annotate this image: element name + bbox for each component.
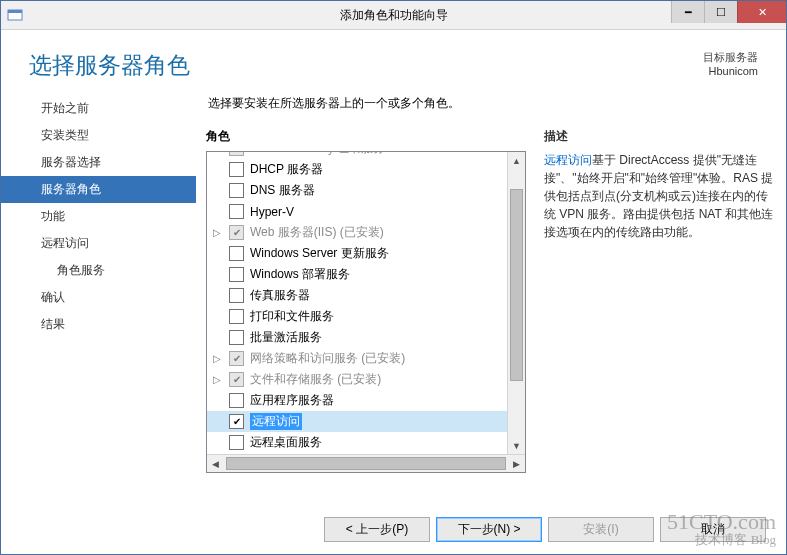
- horizontal-scrollbar[interactable]: ◀ ▶: [207, 454, 525, 472]
- minimize-button[interactable]: ━: [671, 1, 704, 23]
- roles-heading: 角色: [206, 128, 526, 145]
- nav-item-2[interactable]: 服务器选择: [1, 149, 196, 176]
- window-controls: ━ ☐ ✕: [671, 1, 786, 23]
- description-heading: 描述: [544, 128, 776, 145]
- body: 开始之前安装类型服务器选择服务器角色功能远程访问角色服务确认结果 选择要安装在所…: [1, 91, 786, 501]
- role-checkbox[interactable]: [229, 435, 244, 450]
- role-label: Web 服务器(IIS) (已安装): [250, 224, 384, 241]
- previous-button[interactable]: < 上一步(P): [324, 517, 430, 542]
- role-checkbox[interactable]: [229, 267, 244, 282]
- roles-list-inner[interactable]: Active Directory 证书服务DHCP 服务器DNS 服务器Hype…: [207, 152, 508, 454]
- scroll-up-icon[interactable]: ▲: [508, 152, 525, 169]
- header: 选择服务器角色 目标服务器 Hbunicom: [1, 30, 786, 91]
- description-column: 描述 远程访问基于 DirectAccess 提供"无缝连接"、"始终开启"和"…: [544, 128, 776, 501]
- role-checkbox[interactable]: [229, 183, 244, 198]
- nav-item-7[interactable]: 确认: [1, 284, 196, 311]
- nav-item-5[interactable]: 远程访问: [1, 230, 196, 257]
- scroll-right-icon[interactable]: ▶: [508, 455, 525, 472]
- role-label: 网络策略和访问服务 (已安装): [250, 350, 405, 367]
- wizard-nav: 开始之前安装类型服务器选择服务器角色功能远程访问角色服务确认结果: [1, 91, 196, 501]
- page-title: 选择服务器角色: [29, 50, 190, 81]
- target-server-value: Hbunicom: [703, 65, 758, 77]
- next-button[interactable]: 下一步(N) >: [436, 517, 542, 542]
- role-row[interactable]: Windows Server 更新服务: [207, 243, 508, 264]
- role-label: Windows 部署服务: [250, 266, 350, 283]
- nav-item-1[interactable]: 安装类型: [1, 122, 196, 149]
- role-row[interactable]: 远程访问: [207, 411, 508, 432]
- role-checkbox[interactable]: [229, 162, 244, 177]
- svg-rect-1: [8, 10, 22, 13]
- install-button: 安装(I): [548, 517, 654, 542]
- role-row[interactable]: Active Directory 证书服务: [207, 152, 508, 159]
- role-label: DHCP 服务器: [250, 161, 323, 178]
- expander-icon[interactable]: ▷: [213, 227, 223, 238]
- expander-icon[interactable]: ▷: [213, 353, 223, 364]
- cancel-button[interactable]: 取消: [660, 517, 766, 542]
- roles-list: Active Directory 证书服务DHCP 服务器DNS 服务器Hype…: [207, 152, 525, 454]
- role-label: Active Directory 证书服务: [250, 152, 385, 157]
- instruction-text: 选择要安装在所选服务器上的一个或多个角色。: [208, 95, 776, 112]
- role-row[interactable]: ▷网络策略和访问服务 (已安装): [207, 348, 508, 369]
- scroll-track[interactable]: [508, 169, 525, 437]
- role-row[interactable]: 应用程序服务器: [207, 390, 508, 411]
- role-row[interactable]: DNS 服务器: [207, 180, 508, 201]
- role-label: 打印和文件服务: [250, 308, 334, 325]
- role-row[interactable]: DHCP 服务器: [207, 159, 508, 180]
- role-label: 应用程序服务器: [250, 392, 334, 409]
- nav-item-4[interactable]: 功能: [1, 203, 196, 230]
- expander-icon[interactable]: ▷: [213, 374, 223, 385]
- content: 选择要安装在所选服务器上的一个或多个角色。 角色 Active Director…: [196, 91, 786, 501]
- wizard-window: 添加角色和功能向导 ━ ☐ ✕ 选择服务器角色 目标服务器 Hbunicom 开…: [0, 0, 787, 555]
- role-label: 远程桌面服务: [250, 434, 322, 451]
- roles-box: Active Directory 证书服务DHCP 服务器DNS 服务器Hype…: [206, 151, 526, 473]
- role-row[interactable]: ▷文件和存储服务 (已安装): [207, 369, 508, 390]
- role-label: 文件和存储服务 (已安装): [250, 371, 381, 388]
- titlebar: 添加角色和功能向导 ━ ☐ ✕: [1, 1, 786, 30]
- role-checkbox: [229, 372, 244, 387]
- role-checkbox[interactable]: [229, 393, 244, 408]
- role-row[interactable]: Hyper-V: [207, 201, 508, 222]
- footer: < 上一步(P) 下一步(N) > 安装(I) 取消: [1, 517, 786, 542]
- role-checkbox[interactable]: [229, 330, 244, 345]
- role-label: 批量激活服务: [250, 329, 322, 346]
- target-server: 目标服务器 Hbunicom: [703, 50, 758, 77]
- description-text: 远程访问基于 DirectAccess 提供"无缝连接"、"始终开启"和"始终管…: [544, 151, 776, 241]
- role-row[interactable]: 远程桌面服务: [207, 432, 508, 453]
- role-checkbox[interactable]: [229, 204, 244, 219]
- role-row[interactable]: ▷Web 服务器(IIS) (已安装): [207, 222, 508, 243]
- window-title: 添加角色和功能向导: [1, 7, 786, 24]
- target-server-label: 目标服务器: [703, 50, 758, 65]
- close-button[interactable]: ✕: [737, 1, 786, 23]
- app-icon: [7, 7, 23, 23]
- nav-item-3[interactable]: 服务器角色: [1, 176, 196, 203]
- role-checkbox: [229, 152, 244, 156]
- nav-item-8[interactable]: 结果: [1, 311, 196, 338]
- role-row[interactable]: Windows 部署服务: [207, 264, 508, 285]
- scroll-down-icon[interactable]: ▼: [508, 437, 525, 454]
- role-label: 远程访问: [250, 413, 302, 430]
- role-label: DNS 服务器: [250, 182, 315, 199]
- role-label: 传真服务器: [250, 287, 310, 304]
- role-label: Hyper-V: [250, 205, 294, 219]
- nav-item-6[interactable]: 角色服务: [1, 257, 196, 284]
- scroll-thumb[interactable]: [510, 189, 523, 381]
- role-checkbox: [229, 351, 244, 366]
- hscroll-thumb[interactable]: [226, 457, 506, 470]
- scroll-left-icon[interactable]: ◀: [207, 455, 224, 472]
- role-label: Windows Server 更新服务: [250, 245, 389, 262]
- role-checkbox[interactable]: [229, 414, 244, 429]
- maximize-button[interactable]: ☐: [704, 1, 737, 23]
- description-link[interactable]: 远程访问: [544, 153, 592, 167]
- role-row[interactable]: 批量激活服务: [207, 327, 508, 348]
- roles-column: 角色 Active Directory 证书服务DHCP 服务器DNS 服务器H…: [206, 128, 526, 501]
- role-row[interactable]: 打印和文件服务: [207, 306, 508, 327]
- columns: 角色 Active Directory 证书服务DHCP 服务器DNS 服务器H…: [206, 128, 776, 501]
- role-checkbox[interactable]: [229, 246, 244, 261]
- role-checkbox: [229, 225, 244, 240]
- vertical-scrollbar[interactable]: ▲ ▼: [507, 152, 525, 454]
- role-checkbox[interactable]: [229, 288, 244, 303]
- role-checkbox[interactable]: [229, 309, 244, 324]
- nav-item-0[interactable]: 开始之前: [1, 95, 196, 122]
- role-row[interactable]: 传真服务器: [207, 285, 508, 306]
